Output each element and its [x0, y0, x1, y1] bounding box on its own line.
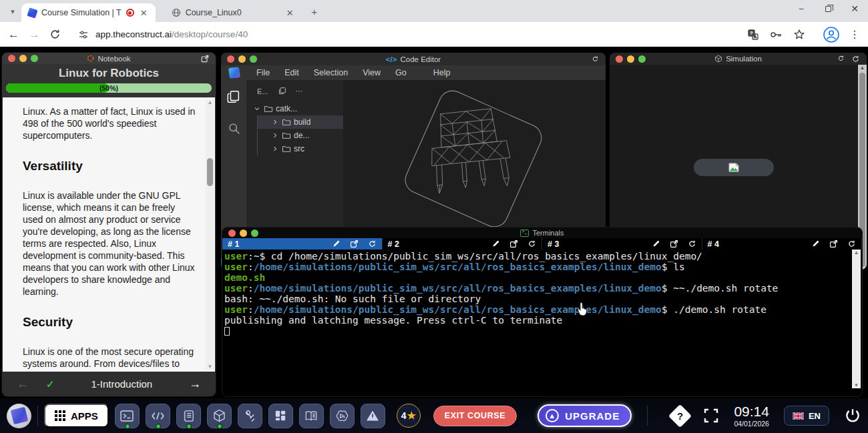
- window-restore-button[interactable]: [815, 0, 841, 17]
- window-minimize-button[interactable]: –: [788, 0, 815, 17]
- tab-close-icon[interactable]: ✕: [139, 8, 149, 18]
- restart-terminal-icon[interactable]: [368, 240, 377, 248]
- open-external-icon[interactable]: [829, 240, 838, 248]
- menu-edit[interactable]: Edit: [277, 68, 306, 77]
- search-icon[interactable]: [227, 121, 241, 135]
- open-external-icon[interactable]: [201, 55, 209, 63]
- help-button[interactable]: ?: [668, 404, 692, 427]
- restart-terminal-icon[interactable]: [527, 240, 536, 248]
- reload-icon[interactable]: [49, 29, 61, 40]
- explorer-more-icon[interactable]: ⋯: [296, 87, 304, 95]
- terminal-tab-3[interactable]: # 3: [542, 238, 702, 250]
- prev-unit-button[interactable]: ←: [17, 377, 29, 391]
- reader-icon[interactable]: [299, 404, 324, 428]
- menu-file[interactable]: File: [249, 68, 277, 77]
- window-close-button[interactable]: ✕: [841, 0, 868, 17]
- restart-terminal-icon[interactable]: [847, 240, 856, 248]
- simulation-close-button[interactable]: [616, 55, 623, 63]
- terminal-scrollbar[interactable]: ▲ ▼: [852, 250, 861, 388]
- open-external-icon[interactable]: [350, 240, 359, 248]
- terminal-output[interactable]: user:~$ cd /home/simulations/public_sim_…: [224, 250, 852, 396]
- refresh-icon[interactable]: [851, 55, 860, 63]
- scroll-up-icon[interactable]: ▲: [858, 65, 867, 71]
- tab-title: Course Simulation | T: [41, 8, 122, 17]
- explorer-files-icon[interactable]: [226, 89, 241, 104]
- editor-close-button[interactable]: [227, 55, 234, 63]
- cube-icon[interactable]: [207, 404, 232, 428]
- restart-terminal-icon[interactable]: [688, 240, 696, 248]
- menu-go[interactable]: Go: [388, 68, 414, 77]
- restart-icon[interactable]: [837, 55, 845, 62]
- browser-tab-course-linux0[interactable]: Course_Linux0 ✕: [165, 3, 302, 22]
- editor-maximize-button[interactable]: [250, 55, 257, 63]
- notebook-icon[interactable]: [176, 404, 201, 428]
- menu-view[interactable]: View: [355, 68, 388, 77]
- terminals-minimize-button[interactable]: [240, 230, 247, 237]
- gpt-icon[interactable]: [330, 404, 355, 428]
- scroll-up-icon[interactable]: ▲: [852, 250, 861, 256]
- new-tab-button[interactable]: +: [306, 3, 323, 20]
- site-settings-icon[interactable]: [78, 29, 89, 40]
- profile-avatar[interactable]: [823, 26, 840, 43]
- password-key-icon[interactable]: [770, 30, 783, 39]
- scroll-down-icon[interactable]: ▼: [206, 364, 214, 370]
- scroll-down-icon[interactable]: ▼: [852, 382, 861, 388]
- browser-tab-course-simulation[interactable]: Course Simulation | T ✕: [21, 3, 156, 22]
- menu-dots-icon[interactable]: ⋮: [849, 28, 860, 41]
- streak-badge[interactable]: 4★: [397, 404, 421, 428]
- rename-pencil-icon[interactable]: [332, 240, 341, 248]
- scroll-thumb[interactable]: [207, 158, 213, 186]
- tree-item-catk[interactable]: catk...: [246, 102, 343, 115]
- forward-icon[interactable]: →: [29, 28, 40, 41]
- open-external-icon[interactable]: [670, 240, 678, 248]
- upgrade-button[interactable]: ▲ UPGRADE: [537, 404, 632, 427]
- editor-minimize-button[interactable]: [238, 55, 246, 63]
- translate-icon[interactable]: [747, 29, 759, 41]
- terminal-tab-4[interactable]: # 4: [702, 238, 863, 250]
- notebook-scrollbar[interactable]: ▲ ▼: [206, 99, 214, 370]
- menu-selection[interactable]: Selection: [306, 68, 355, 77]
- exit-course-button[interactable]: EXIT COURSE: [433, 406, 517, 426]
- terminal-tab-2[interactable]: # 2: [383, 238, 543, 250]
- terminal-line: demo.sh: [224, 272, 852, 283]
- tools-icon[interactable]: [238, 404, 262, 428]
- tree-item-de[interactable]: de...: [257, 129, 343, 142]
- unit-complete-icon[interactable]: ✓: [46, 378, 55, 390]
- terminal-tab-label: # 2: [388, 240, 399, 249]
- language-button[interactable]: EN: [784, 406, 829, 426]
- simulation-maximize-button[interactable]: [638, 55, 646, 63]
- rename-pencil-icon[interactable]: [652, 240, 660, 248]
- notebook-close-button[interactable]: [8, 55, 15, 62]
- dashboard-icon[interactable]: [268, 404, 293, 428]
- rename-pencil-icon[interactable]: [491, 240, 500, 248]
- code-icon[interactable]: [146, 404, 170, 428]
- simulation-minimize-button[interactable]: [627, 55, 634, 63]
- refresh-icon[interactable]: [592, 55, 599, 63]
- editors-copy-icon[interactable]: [278, 87, 286, 95]
- terminals-maximize-button[interactable]: [251, 230, 258, 237]
- menu-help[interactable]: Help: [426, 68, 458, 77]
- notebook-maximize-button[interactable]: [31, 55, 38, 62]
- apps-button[interactable]: APPS: [44, 404, 109, 428]
- rename-pencil-icon[interactable]: [811, 240, 820, 248]
- terminal-icon[interactable]: [115, 404, 140, 428]
- terminal-tab-1[interactable]: # 1: [222, 238, 383, 250]
- warning-icon[interactable]: [361, 404, 385, 428]
- construct-logo[interactable]: [7, 404, 31, 428]
- tab-search-chevron-icon[interactable]: ▾: [4, 3, 21, 20]
- simulation-loading-button[interactable]: [694, 159, 774, 176]
- fullscreen-icon[interactable]: [703, 408, 719, 424]
- tree-item-build[interactable]: build: [257, 115, 343, 129]
- url-bar[interactable]: app.theconstruct.ai/desktop/course/40: [70, 25, 813, 43]
- power-button[interactable]: [844, 407, 861, 424]
- bookmark-star-icon[interactable]: [793, 29, 805, 41]
- notebook-minimize-button[interactable]: [19, 55, 27, 62]
- open-external-icon[interactable]: [509, 240, 518, 248]
- tree-item-src[interactable]: src: [257, 142, 343, 155]
- upgrade-arrow-icon: ▲: [546, 409, 559, 422]
- back-icon[interactable]: ←: [8, 28, 19, 41]
- next-unit-button[interactable]: →: [189, 377, 201, 391]
- terminals-close-button[interactable]: [228, 230, 236, 237]
- scroll-up-icon[interactable]: ▲: [206, 99, 214, 105]
- tab-close-icon[interactable]: ✕: [285, 8, 295, 18]
